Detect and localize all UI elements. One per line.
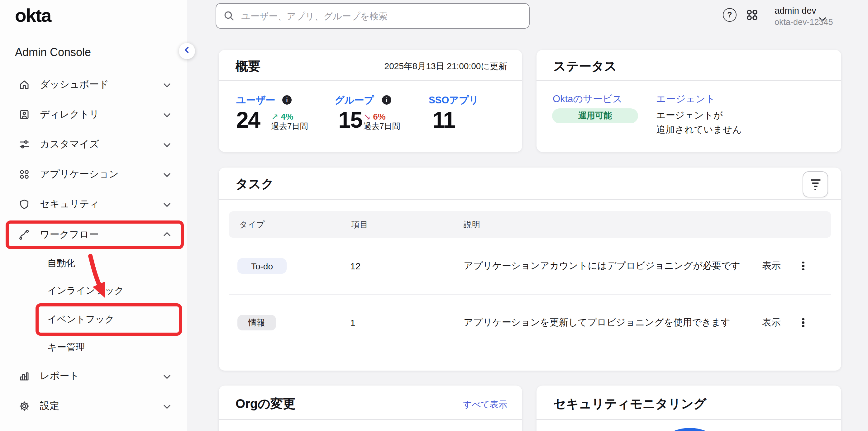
subitem-label: 自動化: [48, 258, 75, 269]
stat-sso-apps-link[interactable]: SSOアプリ: [429, 94, 479, 107]
sidebar-collapse-button[interactable]: [179, 43, 195, 59]
task-count: 12: [350, 261, 361, 271]
search-input[interactable]: [240, 4, 523, 27]
kebab-menu-icon[interactable]: [798, 259, 809, 273]
table-row: To-do 12 アプリケーションアカウントにはデプロビジョニングが必要です 表…: [229, 238, 831, 294]
chevron-down-icon: [163, 199, 171, 210]
admin-console-title: Admin Console: [15, 46, 91, 59]
sidebar-item-label: アプリケーション: [40, 168, 119, 181]
stat-users-trend: ↗ 4%: [271, 111, 293, 122]
user-menu[interactable]: admin dev: [775, 6, 816, 15]
task-count: 1: [350, 317, 355, 328]
task-type-badge: To-do: [238, 258, 287, 274]
sidebar-item-directory[interactable]: ディレクトリ: [0, 101, 187, 128]
org-changes-title: Orgの変更: [236, 396, 296, 412]
search-icon: [224, 10, 234, 21]
global-search: [216, 3, 530, 29]
service-status-badge: 運用可能: [552, 108, 638, 123]
stat-users-link[interactable]: ユーザー: [236, 94, 275, 107]
stat-users-period: 過去7日間: [271, 121, 308, 132]
sliders-icon: [19, 139, 30, 150]
trend-up-icon: ↗: [271, 111, 278, 122]
task-view-link[interactable]: 表示: [762, 260, 781, 272]
sidebar-item-dashboard[interactable]: ダッシュボード: [0, 71, 187, 98]
sidebar-subitem-key-management[interactable]: キー管理: [0, 338, 187, 357]
trend-down-icon: ↘: [363, 111, 370, 122]
task-description: アプリケーションアカウントにはデプロビジョニングが必要です: [464, 260, 740, 272]
sidebar-item-security[interactable]: セキュリティ: [0, 191, 187, 218]
chevron-down-icon: [163, 400, 171, 412]
stat-groups-trend: ↘ 6%: [363, 111, 386, 122]
info-glyph: i: [286, 97, 288, 103]
chevron-down-icon: [163, 371, 171, 382]
app-launcher-icon[interactable]: [745, 8, 759, 22]
home-icon: [19, 79, 30, 90]
help-icon[interactable]: ?: [723, 8, 737, 22]
table-row: 情報 1 アプリケーションを更新してプロビジョニングを使用できます 表示: [229, 294, 831, 351]
sidebar-item-applications[interactable]: アプリケーション: [0, 161, 187, 188]
security-monitoring-title: セキュリティモニタリング: [553, 396, 706, 412]
subitem-label: インラインフック: [48, 285, 124, 297]
subitem-label: イベントフック: [48, 313, 114, 325]
sidebar-item-customize[interactable]: カスタマイズ: [0, 131, 187, 158]
info-glyph: i: [386, 97, 388, 103]
divider: [219, 199, 841, 200]
sidebar-item-settings[interactable]: 設定: [0, 392, 187, 420]
sidebar-item-label: ダッシュボード: [40, 78, 109, 91]
okta-service-link[interactable]: Oktaのサービス: [553, 93, 622, 106]
sidebar-item-reports[interactable]: レポート: [0, 363, 187, 390]
info-icon[interactable]: i: [382, 95, 391, 105]
status-card: ステータス Oktaのサービス エージェント 運用可能 エージェントが 追加され…: [536, 50, 841, 152]
column-description: 説明: [464, 219, 480, 230]
stat-groups-link[interactable]: グループ: [335, 94, 374, 107]
column-items: 項目: [351, 219, 368, 230]
sidebar-item-label: 設定: [40, 400, 59, 412]
tasks-table: タイプ 項目 説明 To-do 12 アプリケーションアカウントにはデプロビジョ…: [229, 211, 831, 351]
sidebar-item-label: セキュリティ: [40, 198, 99, 211]
divider: [536, 419, 841, 420]
sidebar-item-label: カスタマイズ: [40, 138, 99, 151]
okta-logo: okta: [15, 5, 51, 26]
stat-groups-period: 過去7日間: [363, 121, 400, 132]
workflow-icon: [19, 229, 30, 240]
shield-icon: [19, 199, 30, 210]
divider: [536, 80, 841, 81]
sidebar-item-label: レポート: [40, 370, 79, 383]
sidebar: okta Admin Console ダッシュボード ディレクトリ: [0, 0, 188, 431]
agents-link[interactable]: エージェント: [656, 93, 715, 106]
id-card-icon: [19, 109, 30, 120]
agent-status-line2: 追加されていません: [656, 124, 742, 136]
chevron-left-icon: [183, 45, 191, 57]
help-glyph: ?: [727, 10, 732, 19]
sidebar-subitem-inline-hooks[interactable]: インラインフック: [0, 281, 187, 300]
info-icon[interactable]: i: [282, 95, 291, 105]
chevron-down-icon: [163, 169, 171, 180]
chevron-down-icon: [163, 79, 171, 90]
divider: [219, 419, 522, 420]
task-description: アプリケーションを更新してプロビジョニングを使用できます: [464, 317, 730, 329]
view-all-link[interactable]: すべて表示: [463, 399, 507, 410]
task-view-link[interactable]: 表示: [762, 317, 781, 329]
stat-groups-value: 15: [338, 107, 362, 133]
chevron-down-icon: [163, 139, 171, 150]
tasks-filter-button[interactable]: [803, 171, 828, 197]
sidebar-subitem-event-hooks[interactable]: イベントフック: [0, 310, 187, 329]
sidebar-item-label: ワークフロー: [40, 228, 99, 241]
overview-card: 概要 2025年8月13日 21:00:00に更新 ユーザー i 24 ↗ 4%…: [219, 50, 522, 152]
main-content: ? admin dev okta-dev-12345 概要 2025年8月13日…: [187, 0, 868, 431]
org-changes-card: Orgの変更 すべて表示: [219, 386, 522, 431]
tasks-card: タスク タイプ 項目 説明 To-do 12 アプリケーションアカウントにはデプ…: [219, 168, 841, 371]
tasks-title: タスク: [236, 176, 274, 193]
status-title: ステータス: [553, 58, 617, 75]
subitem-label: キー管理: [48, 342, 85, 354]
task-type-badge: 情報: [238, 315, 276, 330]
agent-status-line1: エージェントが: [656, 110, 723, 122]
filter-icon: [810, 179, 820, 190]
overview-title: 概要: [236, 58, 260, 75]
sidebar-item-workflow[interactable]: ワークフロー: [0, 221, 187, 248]
sidebar-subitem-automations[interactable]: 自動化: [0, 254, 187, 273]
chevron-up-icon: [163, 229, 171, 240]
tasks-table-header: タイプ 項目 説明: [229, 211, 831, 238]
org-id: okta-dev-12345: [775, 18, 833, 27]
kebab-menu-icon[interactable]: [798, 315, 809, 330]
